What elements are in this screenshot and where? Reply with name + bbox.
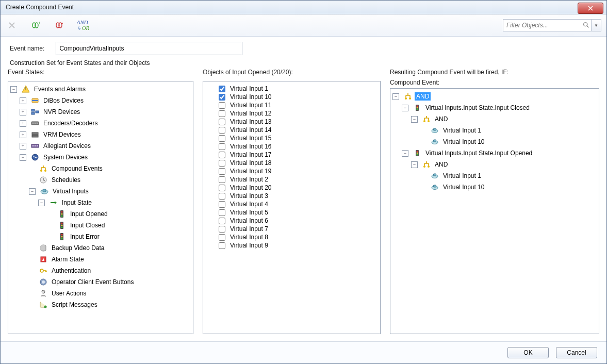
tree-row[interactable]: Schedules xyxy=(28,174,192,186)
object-checkbox[interactable] xyxy=(219,94,225,101)
list-item[interactable]: Virtual Input 6 xyxy=(207,217,379,225)
event-name-input[interactable] xyxy=(56,42,242,55)
filter-dropdown-button[interactable]: ▼ xyxy=(591,20,601,31)
tree-row[interactable]: + Allegiant Devices xyxy=(19,140,192,152)
list-item[interactable]: Virtual Input 7 xyxy=(207,225,379,233)
tree-row-root-and[interactable]: − AND xyxy=(391,91,598,102)
close-button[interactable] xyxy=(578,3,603,14)
tree-row[interactable]: −Virtual Inputs.Input State.Input Opened xyxy=(401,147,598,159)
object-checkbox[interactable] xyxy=(219,110,225,117)
expander[interactable]: + xyxy=(20,143,26,150)
tree-row[interactable]: Virtual Input 10 xyxy=(419,136,598,147)
object-checkbox[interactable] xyxy=(219,143,225,150)
expander[interactable]: − xyxy=(20,154,26,161)
expander[interactable]: − xyxy=(392,93,399,100)
list-item[interactable]: Virtual Input 4 xyxy=(207,200,379,208)
ok-button[interactable]: OK xyxy=(507,347,549,358)
list-item[interactable]: Virtual Input 19 xyxy=(207,167,379,175)
list-item[interactable]: Virtual Input 2 xyxy=(207,175,379,184)
svg-point-54 xyxy=(42,280,45,284)
tree-row[interactable]: Operator Client Event Buttons xyxy=(28,276,192,288)
object-checkbox[interactable] xyxy=(219,160,225,167)
svg-rect-13 xyxy=(31,112,35,114)
tree-row[interactable]: Alarm State xyxy=(28,254,192,265)
expander[interactable]: + xyxy=(20,97,26,104)
tree-row[interactable]: −AND xyxy=(410,159,598,170)
tree-row[interactable]: + Encoders/Decoders xyxy=(19,118,192,129)
object-checkbox[interactable] xyxy=(219,86,225,92)
list-item[interactable]: Virtual Input 11 xyxy=(207,101,379,109)
expander[interactable]: − xyxy=(29,188,36,195)
event-states-panel[interactable]: − ! Events and Alarms + DiBos Devices xyxy=(8,81,193,334)
expander[interactable]: − xyxy=(402,105,408,111)
tree-row[interactable]: Virtual Input 1 xyxy=(419,125,598,136)
object-checkbox[interactable] xyxy=(219,242,225,249)
object-checkbox[interactable] xyxy=(219,234,225,241)
tree-row[interactable]: −AND xyxy=(410,113,598,125)
cancel-button[interactable]: Cancel xyxy=(556,347,597,358)
list-item[interactable]: Virtual Input 13 xyxy=(207,118,379,126)
object-checkbox[interactable] xyxy=(219,201,225,208)
search-icon[interactable] xyxy=(582,21,591,30)
object-checkbox[interactable] xyxy=(219,127,225,134)
object-checkbox[interactable] xyxy=(219,176,225,183)
list-item[interactable]: Virtual Input 3 xyxy=(207,192,379,200)
tree-row[interactable]: Script Messages xyxy=(28,299,192,310)
tree-row[interactable]: Input Opened xyxy=(46,208,192,220)
tree-row[interactable]: + NVR Devices xyxy=(19,106,192,118)
tree-row[interactable]: Compound Events xyxy=(28,163,192,174)
list-item[interactable]: Virtual Input 17 xyxy=(207,151,379,159)
expander[interactable]: − xyxy=(411,116,418,123)
list-item[interactable]: Virtual Input 1 xyxy=(207,85,379,93)
expander[interactable]: − xyxy=(38,200,45,206)
list-item[interactable]: Virtual Input 16 xyxy=(207,142,379,151)
object-checkbox[interactable] xyxy=(219,185,225,191)
expander[interactable]: + xyxy=(20,120,26,127)
compound-event-panel[interactable]: − AND −Virtual Inputs.Input State.Input … xyxy=(390,88,599,334)
svg-point-44 xyxy=(61,236,62,237)
tree-row[interactable]: Input Error xyxy=(46,231,192,242)
expander[interactable]: − xyxy=(10,86,17,93)
object-checkbox[interactable] xyxy=(219,209,225,216)
tree-row[interactable]: Virtual Input 1 xyxy=(419,170,598,181)
tree-row[interactable]: Authentication xyxy=(28,265,192,276)
list-item[interactable]: Virtual Input 5 xyxy=(207,208,379,217)
expander[interactable]: + xyxy=(20,131,26,138)
list-item[interactable]: Virtual Input 9 xyxy=(207,241,379,250)
tree-row-events-and-alarms[interactable]: − ! Events and Alarms xyxy=(9,84,192,95)
object-checkbox[interactable] xyxy=(219,168,225,175)
tree-row-virtual-inputs[interactable]: − Virtual Inputs xyxy=(28,186,192,197)
filter-objects-input[interactable] xyxy=(503,21,582,30)
list-item[interactable]: Virtual Input 8 xyxy=(207,233,379,241)
remove-node-button[interactable] xyxy=(53,18,65,32)
object-checkbox[interactable] xyxy=(219,135,225,142)
objects-panel[interactable]: Virtual Input 1Virtual Input 10Virtual I… xyxy=(203,81,381,334)
object-checkbox[interactable] xyxy=(219,193,225,200)
expander[interactable]: − xyxy=(411,161,418,168)
tree-row[interactable]: Input Closed xyxy=(46,220,192,231)
add-node-button[interactable]: + xyxy=(29,18,42,32)
tree-row[interactable]: User Actions xyxy=(28,288,192,299)
object-checkbox[interactable] xyxy=(219,218,225,224)
expander[interactable]: − xyxy=(402,150,408,157)
tree-row[interactable]: Backup Video Data xyxy=(28,242,192,254)
tree-row[interactable]: + DiBos Devices xyxy=(19,95,192,106)
object-checkbox[interactable] xyxy=(219,226,225,233)
toggle-and-or-button[interactable]: AND ↳ OR xyxy=(77,18,89,32)
list-item[interactable]: Virtual Input 18 xyxy=(207,159,379,167)
tree-row-input-state[interactable]: − Input State xyxy=(37,197,192,208)
object-checkbox[interactable] xyxy=(219,102,225,109)
object-checkbox[interactable] xyxy=(219,152,225,158)
list-item[interactable]: Virtual Input 14 xyxy=(207,126,379,134)
expander[interactable]: + xyxy=(20,109,26,115)
object-checkbox[interactable] xyxy=(219,119,225,125)
tree-row-system-devices[interactable]: − System Devices xyxy=(19,152,192,163)
object-label: Virtual Input 16 xyxy=(230,143,272,150)
list-item[interactable]: Virtual Input 15 xyxy=(207,134,379,142)
list-item[interactable]: Virtual Input 10 xyxy=(207,93,379,101)
tree-row[interactable]: Virtual Input 10 xyxy=(419,181,598,193)
tree-row[interactable]: −Virtual Inputs.Input State.Input Closed xyxy=(401,102,598,113)
list-item[interactable]: Virtual Input 12 xyxy=(207,109,379,118)
tree-row[interactable]: + VRM Devices xyxy=(19,129,192,140)
list-item[interactable]: Virtual Input 20 xyxy=(207,184,379,192)
